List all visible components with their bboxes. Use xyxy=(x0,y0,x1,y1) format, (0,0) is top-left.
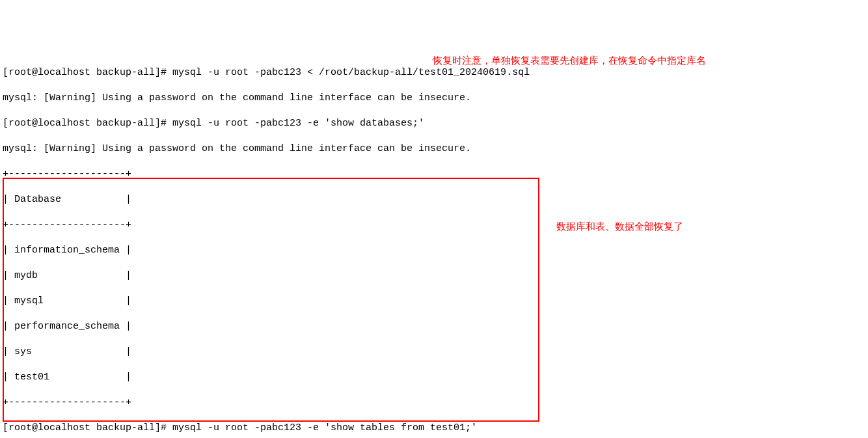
output-line: mysql: [Warning] Using a password on the… xyxy=(3,92,865,105)
table-header: | Database | xyxy=(3,193,865,206)
cmd-line: [root@localhost backup-all]# mysql -u ro… xyxy=(3,117,865,130)
table-border: +--------------------+ xyxy=(3,396,865,409)
annotation-note-2: 数据库和表、数据全部恢复了 xyxy=(556,220,683,233)
table-row: | mysql | xyxy=(3,295,865,308)
cmd-line: [root@localhost backup-all]# mysql -u ro… xyxy=(3,66,865,79)
table-row: | mydb | xyxy=(3,269,865,282)
table-border: +--------------------+ xyxy=(3,219,865,232)
annotation-note-1: 恢复时注意，单独恢复表需要先创建库，在恢复命令中指定库名 xyxy=(433,54,706,67)
table-row: | sys | xyxy=(3,346,865,359)
table-border: +--------------------+ xyxy=(3,168,865,181)
terminal-output: [root@localhost backup-all]# mysql -u ro… xyxy=(3,53,865,438)
table-row: | performance_schema | xyxy=(3,320,865,333)
table-row: | information_schema | xyxy=(3,244,865,257)
table-row: | test01 | xyxy=(3,371,865,384)
output-line: mysql: [Warning] Using a password on the… xyxy=(3,143,865,156)
cmd-line: [root@localhost backup-all]# mysql -u ro… xyxy=(3,422,865,435)
